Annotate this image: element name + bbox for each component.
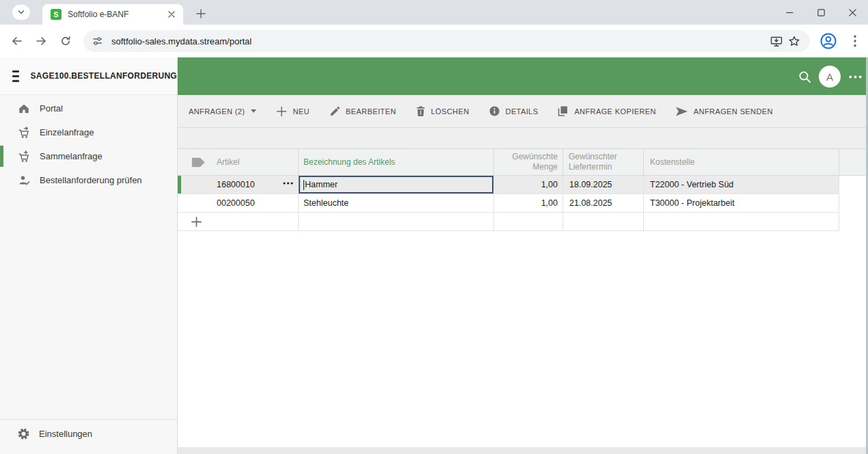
toolbar-spacer-band bbox=[178, 128, 868, 148]
cell-liefertermin[interactable]: 21.08.2025 bbox=[563, 194, 644, 212]
browser-menu-icon[interactable] bbox=[847, 33, 863, 49]
sidebar-item-label: Bestellanforderung prüfen bbox=[40, 175, 142, 185]
sidebar-item-label: Sammelanfrage bbox=[40, 151, 103, 161]
back-icon[interactable] bbox=[8, 33, 25, 49]
horizontal-scrollbar-track[interactable] bbox=[178, 447, 868, 454]
tab-search-button[interactable] bbox=[12, 5, 30, 20]
loeschen-label: LÖSCHEN bbox=[431, 107, 470, 116]
tab-strip: S Softfolio e-BANF bbox=[0, 0, 868, 25]
details-button[interactable]: DETAILS bbox=[489, 105, 539, 117]
home-icon bbox=[17, 103, 31, 114]
new-tab-button[interactable] bbox=[193, 5, 209, 22]
add-row-plus-cell[interactable] bbox=[178, 213, 299, 230]
app-root: SAGE100.BESTELLANFORDERUNG Portal Einzel… bbox=[0, 57, 868, 454]
browser-tab[interactable]: S Softfolio e-BANF bbox=[42, 4, 183, 25]
column-header-filler bbox=[839, 149, 865, 175]
sidebar-item-einzelanfrage[interactable]: Einzelanfrage bbox=[0, 120, 177, 144]
cell-value: 18.09.2025 bbox=[569, 180, 612, 189]
anfragen-senden-label: ANFRAGEN SENDEN bbox=[694, 107, 773, 116]
column-header-label: Kostenstelle bbox=[650, 157, 694, 167]
column-header-label: Bezeichnung des Artikels bbox=[303, 157, 395, 167]
sidebar-item-bestellanforderung-pruefen[interactable]: Bestellanforderung prüfen bbox=[0, 168, 177, 192]
forward-icon[interactable] bbox=[33, 33, 49, 49]
cell-value: T22000 - Vertrieb Süd bbox=[650, 180, 733, 189]
cell-kostenstelle[interactable]: T22000 - Vertrieb Süd bbox=[644, 176, 839, 193]
add-row[interactable] bbox=[178, 213, 839, 231]
table-row[interactable]: 16800010 Hammer 1,00 18.09.2025 bbox=[178, 176, 839, 194]
sidebar-item-label: Portal bbox=[40, 103, 63, 113]
action-toolbar: ANFRAGEN (2) NEU BEARBEITEN bbox=[178, 95, 868, 128]
reload-icon[interactable] bbox=[57, 33, 74, 49]
pencil-icon bbox=[329, 105, 340, 117]
chevron-down-icon bbox=[250, 109, 257, 113]
add-icon bbox=[191, 217, 202, 227]
sidebar-item-sammelanfrage[interactable]: Sammelanfrage bbox=[0, 144, 177, 168]
cell-value: 00200050 bbox=[217, 198, 255, 208]
sidebar-nav: Portal Einzelanfrage Sammelanfrage bbox=[0, 95, 177, 192]
site-settings-icon[interactable] bbox=[92, 36, 103, 46]
url-bar[interactable]: softfolio-sales.mydata.stream/portal bbox=[83, 30, 810, 52]
table-row[interactable]: 00200050 Stehleuchte 1,00 21.08.2025 T30… bbox=[178, 194, 839, 213]
empty-cell[interactable] bbox=[299, 213, 494, 230]
column-header-liefertermin[interactable]: Gewünschter Liefertermin bbox=[563, 149, 644, 175]
tab-close-icon[interactable] bbox=[165, 8, 178, 21]
cell-editor-value: Hammer bbox=[305, 180, 338, 189]
gear-icon bbox=[17, 427, 30, 440]
column-header-menge[interactable]: Gewünschte Menge bbox=[494, 149, 563, 175]
more-menu-icon[interactable] bbox=[846, 71, 864, 82]
window-controls bbox=[774, 0, 868, 25]
column-header-artikel[interactable]: Artikel bbox=[178, 149, 299, 175]
search-icon[interactable] bbox=[797, 69, 812, 84]
main-content: A ANFRAGEN (2) NEU bbox=[178, 57, 868, 454]
maximize-button[interactable] bbox=[805, 0, 837, 25]
cell-liefertermin[interactable]: 18.09.2025 bbox=[563, 176, 644, 193]
sidebar-header: SAGE100.BESTELLANFORDERUNG bbox=[0, 57, 177, 95]
anfrage-kopieren-button[interactable]: ANFRAGE KOPIEREN bbox=[557, 105, 655, 117]
sidebar-item-einstellungen[interactable]: Einstellungen bbox=[0, 419, 177, 448]
anfragen-dropdown-label: ANFRAGEN (2) bbox=[189, 107, 245, 116]
person-check-icon bbox=[17, 174, 31, 187]
browser-window: S Softfolio e-BANF bbox=[0, 0, 868, 454]
empty-cell[interactable] bbox=[563, 213, 644, 230]
app-header-bar: A bbox=[178, 57, 868, 95]
tag-icon bbox=[191, 157, 205, 168]
hamburger-menu-icon[interactable] bbox=[12, 70, 19, 82]
cart-plus-icon bbox=[17, 150, 31, 163]
cell-kostenstelle[interactable]: T30000 - Projektarbeit bbox=[644, 194, 839, 212]
sidebar-item-label: Einstellungen bbox=[39, 429, 92, 439]
neu-button[interactable]: NEU bbox=[276, 106, 309, 117]
install-app-icon[interactable] bbox=[768, 32, 785, 50]
column-header-kostenstelle[interactable]: Kostenstelle bbox=[644, 149, 839, 175]
minimize-button[interactable] bbox=[774, 0, 805, 25]
copy-icon bbox=[557, 105, 569, 117]
empty-cell[interactable] bbox=[644, 213, 839, 230]
bookmark-star-icon[interactable] bbox=[785, 32, 803, 50]
cell-menge[interactable]: 1,00 bbox=[494, 194, 563, 212]
cell-value: 1,00 bbox=[541, 198, 558, 208]
row-ellipsis-menu-icon[interactable] bbox=[283, 182, 293, 185]
anfragen-dropdown[interactable]: ANFRAGEN (2) bbox=[189, 107, 257, 116]
cell-artikel[interactable]: 16800010 bbox=[178, 176, 299, 193]
anfrage-kopieren-label: ANFRAGE KOPIEREN bbox=[574, 107, 655, 116]
anfragen-senden-button[interactable]: ANFRAGEN SENDEN bbox=[675, 107, 773, 116]
sidebar: SAGE100.BESTELLANFORDERUNG Portal Einzel… bbox=[0, 57, 178, 454]
bearbeiten-button[interactable]: BEARBEITEN bbox=[329, 105, 396, 117]
cell-bezeichnung[interactable]: Stehleuchte bbox=[299, 194, 494, 212]
bearbeiten-label: BEARBEITEN bbox=[346, 107, 396, 116]
cell-artikel[interactable]: 00200050 bbox=[178, 194, 299, 212]
trash-icon bbox=[416, 105, 426, 117]
table-header: Artikel Bezeichnung des Artikels Gewünsc… bbox=[178, 148, 868, 176]
user-avatar[interactable]: A bbox=[819, 66, 841, 88]
loeschen-button[interactable]: LÖSCHEN bbox=[416, 105, 470, 117]
url-text[interactable]: softfolio-sales.mydata.stream/portal bbox=[111, 36, 768, 46]
sidebar-item-portal[interactable]: Portal bbox=[0, 96, 177, 120]
empty-cell[interactable] bbox=[494, 213, 563, 230]
info-icon bbox=[489, 105, 500, 117]
cell-bezeichnung-editing[interactable]: Hammer bbox=[299, 176, 494, 193]
cell-menge[interactable]: 1,00 bbox=[494, 176, 563, 193]
browser-profile-icon[interactable] bbox=[819, 31, 838, 51]
close-window-button[interactable] bbox=[837, 0, 868, 25]
column-header-bezeichnung[interactable]: Bezeichnung des Artikels bbox=[299, 149, 494, 175]
neu-label: NEU bbox=[293, 107, 309, 116]
cell-editor-input[interactable]: Hammer bbox=[299, 176, 493, 193]
